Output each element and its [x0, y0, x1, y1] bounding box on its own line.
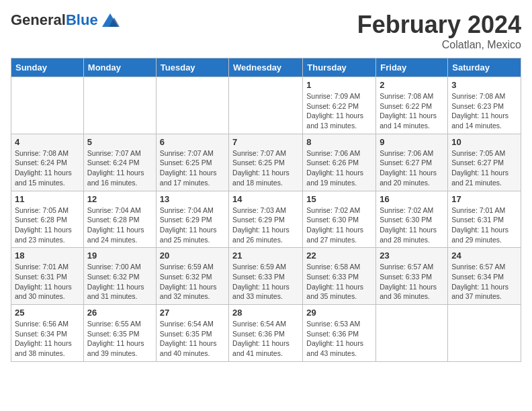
calendar-cell: 6Sunrise: 7:07 AMSunset: 6:25 PMDaylight… [156, 134, 228, 191]
day-number: 4 [15, 137, 80, 147]
calendar-cell: 19Sunrise: 7:00 AMSunset: 6:32 PMDayligh… [83, 248, 156, 305]
day-info: Sunrise: 7:07 AMSunset: 6:25 PMDaylight:… [160, 148, 225, 188]
day-info: Sunrise: 7:05 AMSunset: 6:27 PMDaylight:… [451, 148, 517, 188]
day-number: 20 [160, 250, 225, 261]
calendar-week-row: 1Sunrise: 7:09 AMSunset: 6:22 PMDaylight… [11, 77, 521, 134]
day-info: Sunrise: 7:04 AMSunset: 6:28 PMDaylight:… [87, 205, 152, 245]
calendar-cell: 14Sunrise: 7:03 AMSunset: 6:29 PMDayligh… [229, 191, 303, 248]
day-info: Sunrise: 6:54 AMSunset: 6:36 PMDaylight:… [232, 319, 299, 359]
day-info: Sunrise: 6:58 AMSunset: 6:33 PMDaylight:… [306, 262, 372, 302]
day-info: Sunrise: 7:02 AMSunset: 6:30 PMDaylight:… [380, 205, 444, 245]
day-number: 15 [306, 194, 372, 204]
calendar-cell: 23Sunrise: 6:57 AMSunset: 6:33 PMDayligh… [376, 248, 448, 305]
calendar-cell [376, 305, 448, 362]
day-info: Sunrise: 6:57 AMSunset: 6:34 PMDaylight:… [451, 262, 517, 302]
calendar-cell: 17Sunrise: 7:01 AMSunset: 6:31 PMDayligh… [448, 191, 521, 248]
day-info: Sunrise: 7:08 AMSunset: 6:24 PMDaylight:… [15, 148, 80, 188]
calendar-cell [156, 77, 228, 134]
day-info: Sunrise: 6:57 AMSunset: 6:33 PMDaylight:… [380, 262, 444, 302]
calendar-week-row: 4Sunrise: 7:08 AMSunset: 6:24 PMDaylight… [11, 134, 521, 191]
day-info: Sunrise: 7:01 AMSunset: 6:31 PMDaylight:… [451, 205, 517, 245]
calendar-cell: 3Sunrise: 7:08 AMSunset: 6:23 PMDaylight… [448, 77, 521, 134]
day-number: 23 [380, 250, 444, 261]
logo: GeneralBlue [11, 11, 121, 30]
day-info: Sunrise: 7:02 AMSunset: 6:30 PMDaylight:… [306, 205, 372, 245]
calendar-cell: 8Sunrise: 7:06 AMSunset: 6:26 PMDaylight… [303, 134, 376, 191]
day-info: Sunrise: 7:06 AMSunset: 6:27 PMDaylight:… [380, 148, 444, 188]
day-info: Sunrise: 7:07 AMSunset: 6:25 PMDaylight:… [232, 148, 299, 188]
day-number: 26 [87, 308, 152, 318]
day-number: 28 [232, 308, 299, 318]
calendar-cell: 29Sunrise: 6:53 AMSunset: 6:36 PMDayligh… [303, 305, 376, 362]
page-header: GeneralBlue February 2024 Colatlan, Mexi… [11, 11, 521, 51]
day-number: 6 [160, 137, 225, 147]
day-info: Sunrise: 6:53 AMSunset: 6:36 PMDaylight:… [306, 319, 372, 359]
day-number: 19 [87, 250, 152, 261]
calendar-cell: 16Sunrise: 7:02 AMSunset: 6:30 PMDayligh… [376, 191, 448, 248]
calendar-week-row: 25Sunrise: 6:56 AMSunset: 6:34 PMDayligh… [11, 305, 521, 362]
calendar-cell: 25Sunrise: 6:56 AMSunset: 6:34 PMDayligh… [11, 305, 84, 362]
calendar-day-header: Monday [83, 58, 156, 77]
calendar-cell: 13Sunrise: 7:04 AMSunset: 6:29 PMDayligh… [156, 191, 228, 248]
day-info: Sunrise: 7:00 AMSunset: 6:32 PMDaylight:… [87, 262, 152, 302]
day-info: Sunrise: 7:05 AMSunset: 6:28 PMDaylight:… [15, 205, 80, 245]
day-number: 10 [451, 137, 517, 147]
day-number: 8 [306, 137, 372, 147]
day-number: 5 [87, 137, 152, 147]
location-title: Colatlan, Mexico [357, 39, 521, 51]
day-info: Sunrise: 7:06 AMSunset: 6:26 PMDaylight:… [306, 148, 372, 188]
calendar-day-header: Sunday [11, 58, 84, 77]
day-info: Sunrise: 7:08 AMSunset: 6:23 PMDaylight:… [451, 91, 517, 131]
calendar-week-row: 11Sunrise: 7:05 AMSunset: 6:28 PMDayligh… [11, 191, 521, 248]
calendar-cell: 22Sunrise: 6:58 AMSunset: 6:33 PMDayligh… [303, 248, 376, 305]
day-number: 18 [15, 250, 80, 261]
day-number: 11 [15, 194, 80, 204]
calendar-cell [229, 77, 303, 134]
day-number: 22 [306, 250, 372, 261]
logo-blue: Blue [66, 11, 98, 28]
calendar-cell: 20Sunrise: 6:59 AMSunset: 6:32 PMDayligh… [156, 248, 228, 305]
logo-icon [99, 11, 121, 30]
day-info: Sunrise: 6:59 AMSunset: 6:32 PMDaylight:… [160, 262, 225, 302]
title-block: February 2024 Colatlan, Mexico [357, 11, 521, 51]
day-number: 24 [451, 250, 517, 261]
calendar-cell: 10Sunrise: 7:05 AMSunset: 6:27 PMDayligh… [448, 134, 521, 191]
calendar-cell: 11Sunrise: 7:05 AMSunset: 6:28 PMDayligh… [11, 191, 84, 248]
day-info: Sunrise: 7:04 AMSunset: 6:29 PMDaylight:… [160, 205, 225, 245]
day-number: 3 [451, 80, 517, 90]
calendar-cell: 15Sunrise: 7:02 AMSunset: 6:30 PMDayligh… [303, 191, 376, 248]
calendar-cell [448, 305, 521, 362]
day-number: 21 [232, 250, 299, 261]
day-number: 14 [232, 194, 299, 204]
day-number: 29 [306, 308, 372, 318]
day-number: 12 [87, 194, 152, 204]
day-number: 27 [160, 308, 225, 318]
day-info: Sunrise: 7:07 AMSunset: 6:24 PMDaylight:… [87, 148, 152, 188]
calendar-cell: 28Sunrise: 6:54 AMSunset: 6:36 PMDayligh… [229, 305, 303, 362]
day-info: Sunrise: 6:54 AMSunset: 6:35 PMDaylight:… [160, 319, 225, 359]
calendar-cell: 1Sunrise: 7:09 AMSunset: 6:22 PMDaylight… [303, 77, 376, 134]
calendar-cell: 27Sunrise: 6:54 AMSunset: 6:35 PMDayligh… [156, 305, 228, 362]
calendar-cell [83, 77, 156, 134]
calendar-day-header: Saturday [448, 58, 521, 77]
calendar-cell: 5Sunrise: 7:07 AMSunset: 6:24 PMDaylight… [83, 134, 156, 191]
calendar-cell: 7Sunrise: 7:07 AMSunset: 6:25 PMDaylight… [229, 134, 303, 191]
calendar-cell: 18Sunrise: 7:01 AMSunset: 6:31 PMDayligh… [11, 248, 84, 305]
calendar-day-header: Thursday [303, 58, 376, 77]
day-info: Sunrise: 7:03 AMSunset: 6:29 PMDaylight:… [232, 205, 299, 245]
day-number: 2 [380, 80, 444, 90]
day-number: 9 [380, 137, 444, 147]
day-info: Sunrise: 6:56 AMSunset: 6:34 PMDaylight:… [15, 319, 80, 359]
calendar-cell: 26Sunrise: 6:55 AMSunset: 6:35 PMDayligh… [83, 305, 156, 362]
calendar-day-header: Tuesday [156, 58, 228, 77]
calendar-cell: 9Sunrise: 7:06 AMSunset: 6:27 PMDaylight… [376, 134, 448, 191]
calendar-cell [11, 77, 84, 134]
day-info: Sunrise: 7:09 AMSunset: 6:22 PMDaylight:… [306, 91, 372, 131]
calendar-week-row: 18Sunrise: 7:01 AMSunset: 6:31 PMDayligh… [11, 248, 521, 305]
logo-general: General [11, 11, 66, 28]
day-number: 16 [380, 194, 444, 204]
calendar-cell: 24Sunrise: 6:57 AMSunset: 6:34 PMDayligh… [448, 248, 521, 305]
calendar-cell: 12Sunrise: 7:04 AMSunset: 6:28 PMDayligh… [83, 191, 156, 248]
day-number: 13 [160, 194, 225, 204]
day-number: 25 [15, 308, 80, 318]
